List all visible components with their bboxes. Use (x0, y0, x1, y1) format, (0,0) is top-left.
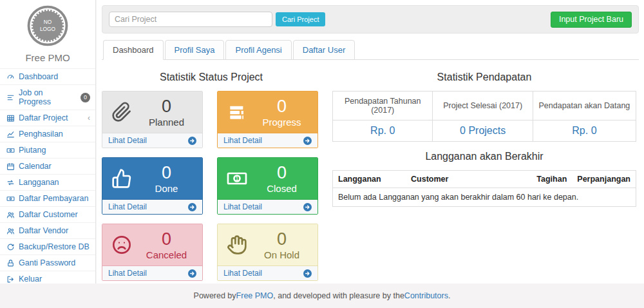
users-icon (6, 211, 15, 219)
status-section: Statistik Status Project 0 Planned (102, 68, 321, 281)
subscription-col-langganan: Langganan (333, 171, 406, 188)
tab-profil-saya[interactable]: Profil Saya (165, 40, 225, 60)
status-card-on-hold: 0 On Hold Lihat Detail (217, 224, 318, 281)
sidebar-item-daftar-vendor[interactable]: Daftar Vendor (0, 223, 95, 239)
sidebar-nav: Dashboard Job on Progress 0 Daftar Proje… (0, 68, 95, 287)
sidebar-item-daftar-project[interactable]: Daftar Project ‹ (0, 110, 95, 126)
progress-count: 0 (251, 97, 312, 117)
footer-text: Powered by (194, 291, 236, 300)
sidebar-item-calendar[interactable]: Calendar (0, 159, 95, 175)
hand-paper-icon (223, 235, 251, 255)
canceled-label: Canceled (136, 249, 197, 260)
sidebar-item-daftar-pembayaran[interactable]: Daftar Pembayaran (0, 191, 95, 207)
income-section-title: Statistik Pendapatan (332, 72, 636, 83)
paperclip-icon (108, 102, 136, 122)
contributors-link[interactable]: Contributors (404, 291, 448, 300)
upcoming-income-value[interactable]: Rp. 0 (533, 120, 636, 142)
sign-out-icon (6, 275, 15, 284)
lihat-detail-label: Lihat Detail (223, 269, 262, 278)
sidebar-item-label: Penghasilan (19, 130, 63, 139)
job-count-badge: 0 (80, 93, 90, 102)
sidebar-item-penghasilan[interactable]: Penghasilan (0, 126, 95, 142)
tab-profil-agensi[interactable]: Profil Agensi (225, 40, 291, 60)
sidebar-item-label: Backup/Restore DB (19, 242, 90, 251)
income-col-header: Pendapatan Tahunan (2017) (333, 91, 433, 120)
income-col-header: Pendapatan akan Datang (533, 91, 636, 120)
sidebar-item-backup-restore[interactable]: Backup/Restore DB (0, 239, 95, 255)
sidebar-item-label: Daftar Pembayaran (19, 194, 88, 203)
canceled-lihat-detail-link[interactable]: Lihat Detail (102, 265, 202, 280)
arrow-circle-right-icon (188, 137, 196, 145)
money-icon (6, 195, 15, 203)
lock-icon (6, 259, 15, 267)
done-label: Done (136, 183, 197, 194)
free-pmo-link[interactable]: Free PMO (236, 291, 274, 300)
status-card-body: 0 Progress (218, 91, 317, 133)
tab-daftar-user[interactable]: Daftar User (293, 40, 355, 60)
subscription-col-customer: Customer (406, 171, 531, 188)
gauge-icon (6, 73, 15, 81)
refresh-icon (6, 243, 15, 251)
progress-label: Progress (251, 117, 312, 128)
free-pmo-dashboard-page: NO LOGO Free PMO Dashboard Job on Progre… (0, 0, 644, 308)
status-card-body: 0 Done (102, 158, 202, 199)
sidebar-item-label: Ganti Password (19, 258, 75, 267)
status-card-done: 0 Done Lihat Detail (102, 157, 203, 215)
tab-dashboard[interactable]: Dashboard (103, 40, 164, 60)
arrow-circle-right-icon (303, 269, 312, 278)
calendar-icon (6, 162, 15, 171)
no-logo-seal-icon: NO LOGO (27, 5, 68, 46)
footer-text: . (448, 291, 450, 300)
income-col-header: Project Selesai (2017) (433, 91, 533, 120)
sidebar-item-label: Job on Progress (19, 88, 77, 106)
users-icon (6, 227, 15, 235)
closed-label: Closed (251, 183, 312, 194)
onhold-count: 0 (251, 229, 312, 249)
status-cards-grid: 0 Planned Lihat Detail (102, 91, 321, 281)
lihat-detail-label: Lihat Detail (108, 136, 147, 145)
right-panel: Statistik Pendapatan Pendapatan Tahunan … (321, 68, 639, 281)
onhold-lihat-detail-link[interactable]: Lihat Detail (218, 265, 317, 280)
subscription-empty-message: Belum ada Langganan yang akan berakhir d… (333, 188, 636, 207)
sidebar-item-langganan[interactable]: Langganan (0, 175, 95, 191)
sidebar-item-label: Dashboard (19, 72, 58, 81)
progress-lihat-detail-link[interactable]: Lihat Detail (218, 133, 317, 148)
page-footer: Powered by Free PMO, and developed with … (0, 284, 644, 308)
canceled-count: 0 (136, 229, 197, 249)
sidebar-item-label: Daftar Project (19, 113, 68, 122)
chevron-left-icon: ‹ (88, 113, 90, 122)
sidebar-item-daftar-customer[interactable]: Daftar Customer (0, 207, 95, 223)
closed-lihat-detail-link[interactable]: Lihat Detail (218, 199, 317, 214)
onhold-label: On Hold (251, 249, 312, 260)
sidebar-item-dashboard[interactable]: Dashboard (0, 69, 95, 85)
subscription-col-perpanjangan: Perpanjangan (572, 171, 636, 188)
status-card-canceled: 0 Canceled Lihat Detail (102, 224, 203, 281)
lihat-detail-label: Lihat Detail (223, 202, 262, 211)
sidebar: NO LOGO Free PMO Dashboard Job on Progre… (0, 0, 96, 284)
done-lihat-detail-link[interactable]: Lihat Detail (102, 199, 202, 214)
planned-lihat-detail-link[interactable]: Lihat Detail (102, 133, 202, 148)
search-bar: Cari Project Input Project Baru (102, 5, 639, 34)
search-input[interactable] (109, 12, 272, 27)
sidebar-item-ganti-password[interactable]: Ganti Password (0, 255, 95, 271)
status-card-closed: 1 0 Closed Lihat Detail (217, 157, 318, 215)
subscription-section-title: Langganan akan Berakhir (332, 151, 636, 162)
income-stats-table: Pendapatan Tahunan (2017) Project Selesa… (332, 91, 636, 142)
banknote-icon: 1 (223, 168, 251, 189)
tasks-icon (6, 93, 15, 102)
main-content: Cari Project Input Project Baru Dashboar… (97, 0, 644, 284)
search-button[interactable]: Cari Project (276, 12, 325, 26)
status-card-planned: 0 Planned Lihat Detail (102, 91, 203, 148)
closed-count: 0 (251, 163, 312, 183)
status-card-progress: 0 Progress Lihat Detail (217, 91, 318, 148)
yearly-income-value[interactable]: Rp. 0 (333, 120, 433, 142)
sidebar-item-label: Calendar (19, 162, 52, 171)
input-project-baru-button[interactable]: Input Project Baru (551, 12, 632, 28)
subscription-col-tagihan: Tagihan (531, 171, 572, 188)
lihat-detail-label: Lihat Detail (223, 136, 262, 145)
finished-projects-value[interactable]: 0 Projects (433, 120, 533, 142)
sidebar-item-label: Daftar Customer (19, 210, 78, 219)
sidebar-item-piutang[interactable]: Piutang (0, 142, 95, 159)
sidebar-item-job-on-progress[interactable]: Job on Progress 0 (0, 85, 95, 110)
sidebar-item-label: Keluar (19, 274, 42, 284)
